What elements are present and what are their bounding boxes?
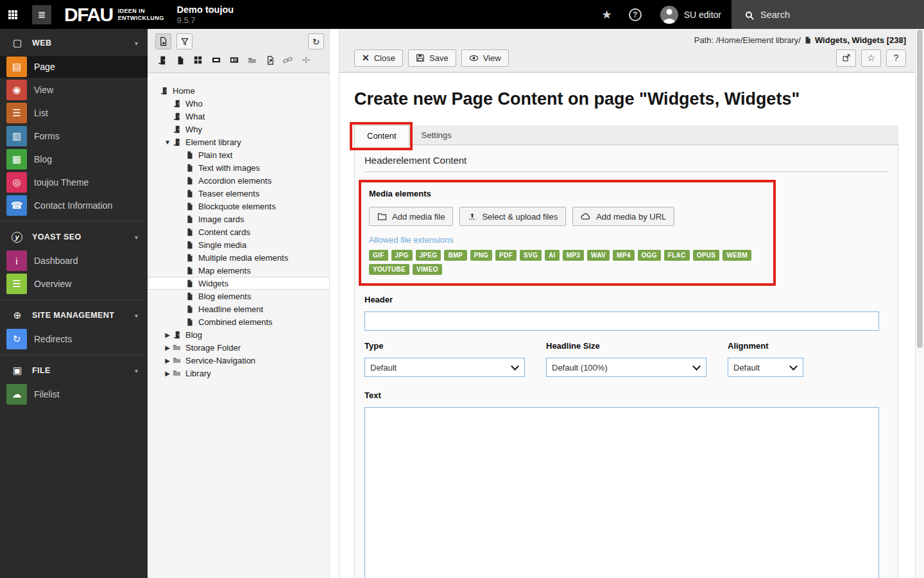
extension-badge: WAV: [587, 250, 610, 261]
sidebar-item-view[interactable]: ◉View: [0, 79, 148, 101]
tree-node-element-library[interactable]: ▼Element library: [148, 136, 329, 148]
sidebar-item-label: Contact Information: [34, 200, 112, 211]
sidebar-item-list[interactable]: ☰List: [0, 102, 148, 124]
tree-node-who[interactable]: Who: [148, 97, 329, 110]
headline-size-select[interactable]: Default (100%): [546, 358, 706, 377]
tree-node-label: Service-Navigation: [185, 356, 255, 365]
global-search[interactable]: Search: [732, 0, 924, 29]
door-icon[interactable]: [157, 55, 167, 66]
tree-node-why[interactable]: Why: [148, 123, 329, 136]
tab-settings[interactable]: Settings: [409, 125, 464, 144]
tab-content[interactable]: Content: [354, 125, 409, 145]
save-button[interactable]: Save: [408, 49, 456, 67]
tree-node-home[interactable]: Home: [148, 84, 329, 97]
close-button[interactable]: ✕ Close: [354, 49, 403, 67]
tree-node-what[interactable]: What: [148, 110, 329, 123]
tree-node-storage-folder[interactable]: ▶Storage Folder: [148, 341, 329, 354]
refresh-button[interactable]: ↻: [308, 33, 324, 49]
apps-grid-icon[interactable]: [0, 0, 26, 29]
page-tree-icon: [185, 266, 194, 276]
tree-node-image-cards[interactable]: Image cards: [148, 213, 329, 225]
link-icon[interactable]: [282, 55, 293, 66]
grid-icon[interactable]: [193, 55, 203, 66]
bookmark-star-icon[interactable]: ★: [594, 8, 620, 22]
page-tree-icon: [185, 317, 194, 327]
sidebar-item-redirects[interactable]: ↻Redirects: [0, 328, 148, 350]
sidebar-item-label: Redirects: [34, 334, 72, 344]
tree-node-map-elements[interactable]: Map elements: [148, 264, 329, 277]
sidebar-item-label: Filelist: [34, 389, 60, 399]
extension-badge: WEBM: [723, 250, 751, 261]
vertical-scrollbar[interactable]: [915, 29, 924, 578]
tree-node-combined-elements[interactable]: Combined elements: [148, 315, 329, 328]
headline-size-label: Headline Size: [546, 341, 706, 351]
tree-node-teaser-elements[interactable]: Teaser elements: [148, 187, 329, 200]
help-button[interactable]: ?: [886, 49, 906, 67]
tree-node-label: Teaser elements: [198, 189, 259, 198]
view-button[interactable]: View: [461, 49, 509, 67]
sidebar-item-toujou-theme[interactable]: ◎toujou Theme: [0, 171, 148, 193]
tree-node-label: Library: [185, 369, 211, 378]
tree-node-blog-elements[interactable]: Blog elements: [148, 290, 329, 302]
type-select[interactable]: Default: [364, 358, 525, 377]
expander-open-icon[interactable]: ▼: [163, 139, 172, 146]
help-icon[interactable]: ?: [629, 8, 642, 21]
add-media-by-url-button[interactable]: Add media by URL: [572, 207, 674, 226]
extension-badge: JPEG: [416, 250, 441, 261]
site-name: Demo toujou: [177, 4, 234, 15]
shortcut-icon[interactable]: [264, 55, 275, 66]
header-input[interactable]: [364, 311, 879, 331]
expander-closed-icon[interactable]: ▶: [163, 331, 172, 338]
open-new-window-button[interactable]: [836, 49, 856, 67]
tree-node-plain-text[interactable]: Plain text: [148, 148, 329, 161]
tree-node-blockquote-elements[interactable]: Blockquote elements: [148, 200, 329, 213]
alignment-select[interactable]: Default: [728, 358, 803, 377]
user-menu[interactable]: SU editor: [650, 0, 732, 29]
page-icon[interactable]: [175, 55, 185, 66]
sidebar-item-page[interactable]: ▤Page: [0, 56, 148, 78]
tree-node-headline-element[interactable]: Headline element: [148, 302, 329, 315]
scrollbar-thumb[interactable]: [917, 30, 923, 348]
tree-node-text-with-images[interactable]: Text with images: [148, 161, 329, 174]
module-menu-section-header[interactable]: ⊕SITE MANAGEMENT▾: [0, 302, 148, 328]
bookmark-button[interactable]: ☆: [861, 49, 881, 67]
tree-node-content-cards[interactable]: Content cards: [148, 225, 329, 238]
text-textarea[interactable]: [364, 407, 879, 578]
sidebar-item-dashboard[interactable]: iDashboard: [0, 250, 148, 272]
tree-node-single-media[interactable]: Single media: [148, 238, 329, 251]
tree-node-library[interactable]: ▶Library: [148, 367, 329, 380]
tree-node-widgets[interactable]: Widgets: [148, 277, 329, 290]
add-media-file-button[interactable]: Add media file: [369, 207, 453, 226]
fingerprint-icon: ◎: [6, 172, 27, 193]
spacer-icon[interactable]: [300, 55, 311, 66]
extension-badge: OGG: [638, 250, 661, 261]
expander-closed-icon[interactable]: ▶: [163, 370, 172, 377]
pagetree-toggle-button[interactable]: ≣: [32, 5, 51, 24]
expander-closed-icon[interactable]: ▶: [163, 357, 172, 364]
funnel-icon: [180, 37, 189, 46]
mountpoint-icon[interactable]: [210, 55, 221, 66]
folder-icon[interactable]: [246, 55, 257, 66]
module-menu-section-header[interactable]: ▣FILE▾: [0, 358, 148, 383]
tree-node-service-navigation[interactable]: ▶Service-Navigation: [148, 354, 329, 367]
tree-node-accordion-elements[interactable]: Accordion elements: [148, 174, 329, 187]
section-title: Headerelement Content: [364, 155, 888, 172]
sidebar-item-overview[interactable]: ☰Overview: [0, 273, 148, 295]
topbar: ≣ DFAU IDEEN IN ENTWICKLUNG Demo toujou …: [0, 0, 924, 29]
new-page-button[interactable]: [155, 33, 171, 49]
sidebar-item-blog[interactable]: ▦Blog: [0, 148, 148, 170]
sidebar-item-filelist[interactable]: ☁Filelist: [0, 383, 148, 405]
sidebar-item-contact-information[interactable]: ☎Contact Information: [0, 195, 148, 216]
expander-closed-icon[interactable]: ▶: [163, 344, 172, 351]
tree-node-blog[interactable]: ▶Blog: [148, 328, 329, 341]
module-menu-section-header[interactable]: ▢WEB▾: [0, 30, 148, 56]
panel-splitter[interactable]: [330, 29, 339, 578]
chevron-down-icon: ▾: [135, 234, 138, 241]
select-upload-files-button[interactable]: Select & upload files: [459, 207, 566, 226]
module-menu-section-header[interactable]: yYOAST SEO▾: [0, 224, 148, 250]
tree-node-multiple-media-elements[interactable]: Multiple media elements: [148, 251, 329, 264]
filter-button[interactable]: [176, 33, 193, 49]
card-icon[interactable]: [228, 55, 239, 66]
sidebar-item-forms[interactable]: ▥Forms: [0, 125, 148, 147]
allowed-file-extensions-link[interactable]: Allowed file extensions: [369, 235, 454, 245]
